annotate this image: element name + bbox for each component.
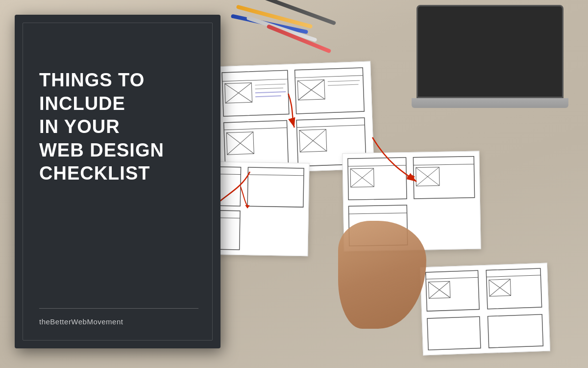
svg-line-7 bbox=[255, 92, 286, 93]
card-content: THINGS TO INCLUDE IN YOUR WEB DESIGN CHE… bbox=[39, 39, 198, 185]
svg-line-8 bbox=[255, 96, 281, 97]
title-line3: WEB DESIGN CHECKLIST bbox=[39, 140, 164, 184]
svg-line-4 bbox=[225, 83, 252, 104]
svg-line-65 bbox=[426, 277, 478, 279]
svg-rect-69 bbox=[486, 268, 541, 309]
svg-rect-45 bbox=[413, 157, 474, 199]
svg-rect-40 bbox=[348, 158, 407, 200]
svg-rect-75 bbox=[488, 315, 543, 348]
svg-line-18 bbox=[297, 79, 325, 100]
svg-rect-0 bbox=[222, 70, 289, 116]
svg-line-15 bbox=[295, 76, 363, 78]
svg-line-68 bbox=[428, 281, 450, 298]
svg-line-51 bbox=[349, 213, 407, 214]
svg-marker-39 bbox=[245, 205, 250, 209]
card-footer: theBetterWebMovement bbox=[39, 308, 198, 326]
brand-name: theBetterWebMovement bbox=[39, 317, 123, 326]
svg-line-70 bbox=[487, 275, 541, 277]
svg-line-20 bbox=[328, 84, 358, 85]
paper-bottom-right bbox=[420, 263, 550, 356]
svg-line-5 bbox=[255, 84, 285, 85]
svg-line-13 bbox=[226, 132, 254, 155]
svg-line-73 bbox=[489, 279, 511, 296]
svg-line-10 bbox=[224, 128, 287, 130]
svg-line-41 bbox=[348, 165, 406, 166]
title-line1: THINGS TO INCLUDE bbox=[39, 70, 145, 114]
svg-rect-37 bbox=[247, 167, 304, 207]
svg-rect-14 bbox=[295, 68, 365, 114]
svg-line-1 bbox=[222, 79, 288, 81]
overlay-card: THINGS TO INCLUDE IN YOUR WEB DESIGN CHE… bbox=[15, 15, 220, 348]
svg-line-46 bbox=[414, 164, 474, 165]
laptop bbox=[412, 5, 568, 118]
laptop-screen bbox=[416, 5, 564, 98]
svg-line-38 bbox=[248, 175, 304, 176]
svg-line-25 bbox=[299, 130, 327, 152]
svg-line-22 bbox=[297, 125, 365, 128]
svg-rect-74 bbox=[427, 316, 481, 350]
svg-rect-64 bbox=[426, 270, 479, 311]
page-container: THINGS TO INCLUDE IN YOUR WEB DESIGN CHE… bbox=[0, 0, 588, 368]
svg-line-6 bbox=[255, 88, 283, 89]
card-title: THINGS TO INCLUDE IN YOUR WEB DESIGN CHE… bbox=[39, 69, 198, 185]
svg-line-19 bbox=[328, 80, 360, 81]
title-line2: IN YOUR bbox=[39, 116, 120, 137]
laptop-base bbox=[412, 98, 568, 108]
